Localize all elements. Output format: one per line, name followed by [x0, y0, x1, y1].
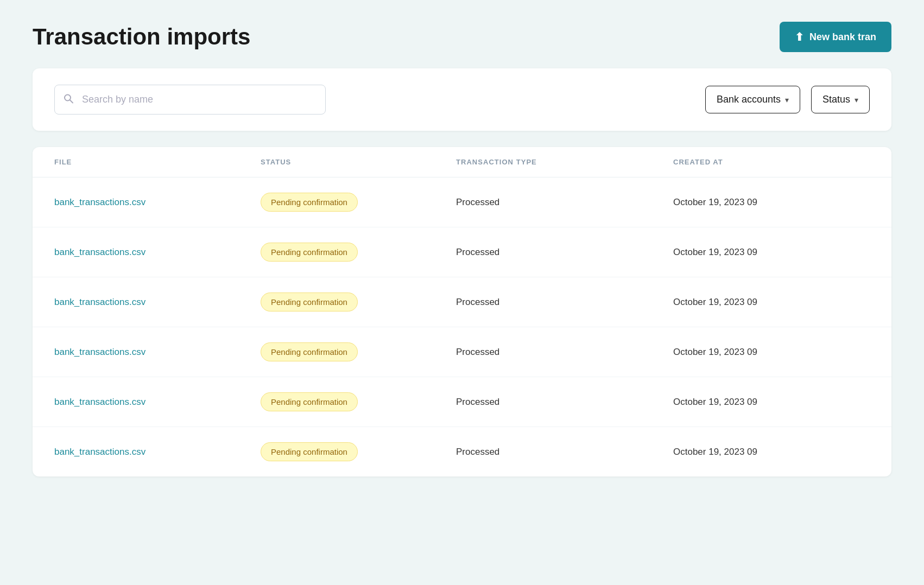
status-badge: Pending confirmation — [261, 442, 358, 461]
status-badge: Pending confirmation — [261, 342, 358, 361]
status-badge: Pending confirmation — [261, 243, 358, 262]
chevron-down-icon: ▾ — [785, 96, 789, 104]
table-header: FILE STATUS TRANSACTION TYPE CREATED AT — [33, 147, 891, 177]
status-badge: Pending confirmation — [261, 392, 358, 411]
col-header-created-at: CREATED AT — [673, 158, 870, 166]
status-cell: Pending confirmation — [261, 292, 456, 311]
filter-bar: Bank accounts ▾ Status ▾ — [33, 68, 891, 131]
page-title: Transaction imports — [33, 24, 250, 50]
col-header-transaction-type: TRANSACTION TYPE — [456, 158, 673, 166]
search-wrapper — [54, 85, 326, 115]
created-at: October 19, 2023 09 — [673, 297, 870, 308]
status-label: Status — [822, 94, 850, 105]
status-cell: Pending confirmation — [261, 243, 456, 262]
created-at: October 19, 2023 09 — [673, 197, 870, 208]
bank-accounts-dropdown[interactable]: Bank accounts ▾ — [705, 86, 800, 113]
file-link[interactable]: bank_transactions.csv — [54, 297, 261, 308]
transaction-type: Processed — [456, 297, 673, 308]
chevron-down-icon-2: ▾ — [855, 96, 858, 104]
transaction-type: Processed — [456, 197, 673, 208]
svg-line-1 — [70, 100, 73, 103]
table-body: bank_transactions.csv Pending confirmati… — [33, 177, 891, 476]
status-cell: Pending confirmation — [261, 392, 456, 411]
status-cell: Pending confirmation — [261, 193, 456, 212]
transaction-type: Processed — [456, 247, 673, 258]
created-at: October 19, 2023 09 — [673, 447, 870, 457]
status-badge: Pending confirmation — [261, 193, 358, 212]
new-bank-transaction-button[interactable]: ⬆ New bank tran — [780, 22, 891, 52]
page-header: Transaction imports ⬆ New bank tran — [0, 0, 924, 68]
created-at: October 19, 2023 09 — [673, 247, 870, 258]
table-row: bank_transactions.csv Pending confirmati… — [33, 227, 891, 277]
col-header-file: FILE — [54, 158, 261, 166]
status-badge: Pending confirmation — [261, 292, 358, 311]
transaction-type: Processed — [456, 447, 673, 457]
file-link[interactable]: bank_transactions.csv — [54, 397, 261, 408]
file-link[interactable]: bank_transactions.csv — [54, 247, 261, 258]
bank-accounts-label: Bank accounts — [717, 94, 781, 105]
status-cell: Pending confirmation — [261, 442, 456, 461]
status-dropdown[interactable]: Status ▾ — [811, 86, 870, 113]
file-link[interactable]: bank_transactions.csv — [54, 347, 261, 358]
created-at: October 19, 2023 09 — [673, 397, 870, 408]
created-at: October 19, 2023 09 — [673, 347, 870, 358]
transactions-table: FILE STATUS TRANSACTION TYPE CREATED AT … — [33, 147, 891, 476]
table-row: bank_transactions.csv Pending confirmati… — [33, 327, 891, 377]
file-link[interactable]: bank_transactions.csv — [54, 447, 261, 457]
transaction-type: Processed — [456, 347, 673, 358]
table-row: bank_transactions.csv Pending confirmati… — [33, 427, 891, 476]
table-row: bank_transactions.csv Pending confirmati… — [33, 177, 891, 227]
search-icon — [63, 93, 74, 106]
col-header-status: STATUS — [261, 158, 456, 166]
status-cell: Pending confirmation — [261, 342, 456, 361]
table-row: bank_transactions.csv Pending confirmati… — [33, 377, 891, 427]
search-input[interactable] — [54, 85, 326, 115]
upload-icon: ⬆ — [795, 30, 804, 43]
transaction-type: Processed — [456, 397, 673, 408]
table-row: bank_transactions.csv Pending confirmati… — [33, 277, 891, 327]
file-link[interactable]: bank_transactions.csv — [54, 197, 261, 208]
new-bank-button-label: New bank tran — [809, 31, 876, 43]
